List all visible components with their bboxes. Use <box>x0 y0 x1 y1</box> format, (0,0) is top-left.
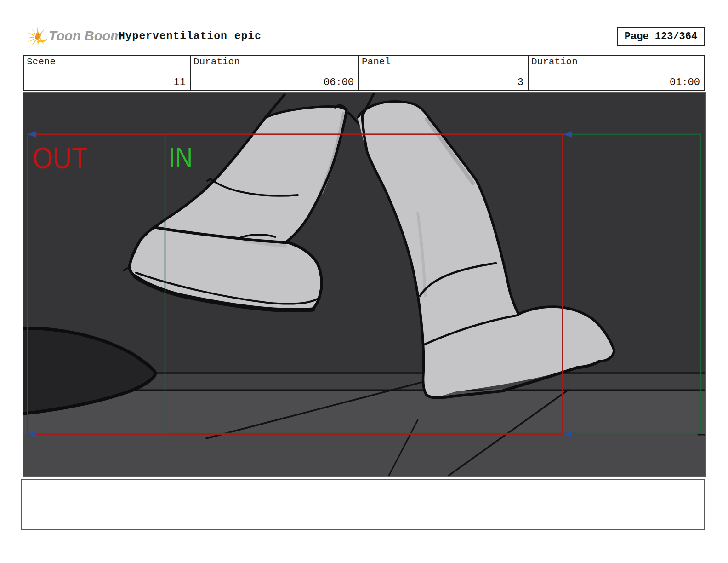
scene-duration-cell: Duration 06:00 <box>190 56 358 90</box>
scene-duration-value: 06:00 <box>324 77 354 88</box>
storyboard-panel-drawing: OUT IN <box>23 93 705 476</box>
storyboard-panel: OUT IN <box>23 92 706 477</box>
panel-info-table: Scene 11 Duration 06:00 Panel 3 Duration… <box>23 55 705 91</box>
camera-out-label: OUT <box>33 142 88 175</box>
project-title: Hyperventilation epic <box>119 30 262 42</box>
page-number-box: Page 123/364 <box>617 27 705 46</box>
scene-value: 11 <box>174 77 186 88</box>
camera-in-label: IN <box>169 141 193 173</box>
scene-label: Scene <box>27 57 56 67</box>
panel-duration-label: Duration <box>531 57 578 67</box>
panel-duration-cell: Duration 01:00 <box>528 56 704 90</box>
panel-number-label: Panel <box>362 57 391 67</box>
scene-cell: Scene 11 <box>24 56 190 90</box>
caption-box <box>21 479 705 530</box>
brand-wordmark: Toon Boom <box>49 29 122 44</box>
panel-number-cell: Panel 3 <box>358 56 528 90</box>
panel-number-value: 3 <box>518 77 523 88</box>
scene-duration-label: Duration <box>193 57 240 67</box>
toonboom-logo-icon <box>25 24 48 48</box>
panel-duration-value: 01:00 <box>670 77 700 88</box>
